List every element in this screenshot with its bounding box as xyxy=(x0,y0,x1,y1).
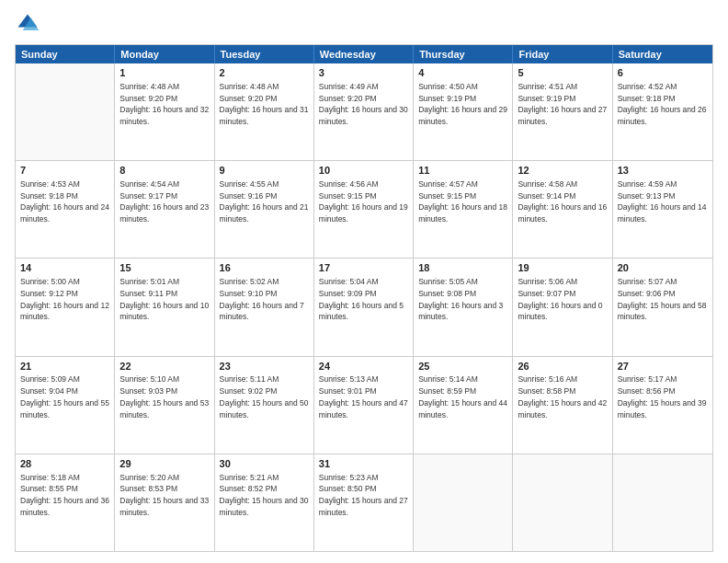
cell-info: Sunrise: 4:55 AM Sunset: 9:16 PM Dayligh… xyxy=(220,179,309,224)
day-number: 3 xyxy=(319,66,408,80)
day-number: 17 xyxy=(319,261,408,275)
calendar-cell-w0d2: 2Sunrise: 4:48 AM Sunset: 9:20 PM Daylig… xyxy=(215,63,314,160)
calendar-cell-w3d3: 24Sunrise: 5:13 AM Sunset: 9:01 PM Dayli… xyxy=(314,357,414,454)
header-day-sunday: Sunday xyxy=(16,45,115,63)
day-number: 25 xyxy=(418,360,507,373)
day-number: 7 xyxy=(20,164,109,178)
calendar-cell-w0d6: 6Sunrise: 4:52 AM Sunset: 9:18 PM Daylig… xyxy=(613,63,712,160)
calendar-cell-w4d4 xyxy=(414,454,513,551)
calendar-cell-w3d2: 23Sunrise: 5:11 AM Sunset: 9:02 PM Dayli… xyxy=(215,357,314,454)
header xyxy=(15,11,713,37)
day-number: 20 xyxy=(618,261,708,275)
calendar-cell-w2d4: 18Sunrise: 5:05 AM Sunset: 9:08 PM Dayli… xyxy=(414,259,513,355)
cell-info: Sunrise: 4:49 AM Sunset: 9:20 PM Dayligh… xyxy=(319,82,408,126)
calendar-cell-w2d6: 20Sunrise: 5:07 AM Sunset: 9:06 PM Dayli… xyxy=(613,259,712,355)
day-number: 4 xyxy=(418,66,507,80)
day-number: 8 xyxy=(119,164,209,178)
calendar-cell-w3d0: 21Sunrise: 5:09 AM Sunset: 9:04 PM Dayli… xyxy=(16,357,115,454)
calendar-cell-w4d0: 28Sunrise: 5:18 AM Sunset: 8:55 PM Dayli… xyxy=(16,454,115,551)
day-number: 2 xyxy=(220,66,309,80)
header-day-saturday: Saturday xyxy=(613,45,712,63)
cell-info: Sunrise: 4:56 AM Sunset: 9:15 PM Dayligh… xyxy=(319,179,408,224)
cell-info: Sunrise: 5:10 AM Sunset: 9:03 PM Dayligh… xyxy=(119,374,209,419)
cell-info: Sunrise: 5:11 AM Sunset: 9:02 PM Dayligh… xyxy=(220,374,309,419)
calendar-cell-w3d4: 25Sunrise: 5:14 AM Sunset: 8:59 PM Dayli… xyxy=(414,357,513,454)
page: SundayMondayTuesdayWednesdayThursdayFrid… xyxy=(0,0,728,563)
calendar-cell-w2d0: 14Sunrise: 5:00 AM Sunset: 9:12 PM Dayli… xyxy=(16,259,115,355)
day-number: 31 xyxy=(319,457,408,471)
header-day-friday: Friday xyxy=(513,45,612,63)
day-number: 1 xyxy=(119,66,209,80)
cell-info: Sunrise: 5:13 AM Sunset: 9:01 PM Dayligh… xyxy=(319,374,408,419)
calendar-row-3: 21Sunrise: 5:09 AM Sunset: 9:04 PM Dayli… xyxy=(16,356,712,454)
day-number: 14 xyxy=(20,261,109,275)
calendar-cell-w0d5: 5Sunrise: 4:51 AM Sunset: 9:19 PM Daylig… xyxy=(513,63,612,160)
calendar-cell-w1d0: 7Sunrise: 4:53 AM Sunset: 9:18 PM Daylig… xyxy=(16,161,115,258)
cell-info: Sunrise: 5:09 AM Sunset: 9:04 PM Dayligh… xyxy=(20,374,109,419)
calendar-row-1: 7Sunrise: 4:53 AM Sunset: 9:18 PM Daylig… xyxy=(16,160,712,258)
cell-info: Sunrise: 5:07 AM Sunset: 9:06 PM Dayligh… xyxy=(618,277,707,321)
cell-info: Sunrise: 5:23 AM Sunset: 8:50 PM Dayligh… xyxy=(319,473,408,517)
calendar-cell-w4d3: 31Sunrise: 5:23 AM Sunset: 8:50 PM Dayli… xyxy=(314,454,414,551)
day-number: 28 xyxy=(20,457,109,471)
calendar-cell-w1d4: 11Sunrise: 4:57 AM Sunset: 9:15 PM Dayli… xyxy=(414,161,513,258)
day-number: 21 xyxy=(20,360,109,373)
calendar-cell-w0d1: 1Sunrise: 4:48 AM Sunset: 9:20 PM Daylig… xyxy=(115,63,214,160)
cell-info: Sunrise: 5:17 AM Sunset: 8:56 PM Dayligh… xyxy=(618,374,707,419)
logo xyxy=(15,11,44,37)
cell-info: Sunrise: 5:04 AM Sunset: 9:09 PM Dayligh… xyxy=(319,277,404,321)
cell-info: Sunrise: 5:01 AM Sunset: 9:11 PM Dayligh… xyxy=(119,277,209,321)
calendar-cell-w0d4: 4Sunrise: 4:50 AM Sunset: 9:19 PM Daylig… xyxy=(414,63,513,160)
calendar-row-4: 28Sunrise: 5:18 AM Sunset: 8:55 PM Dayli… xyxy=(16,454,712,551)
day-number: 24 xyxy=(319,360,408,373)
day-number: 9 xyxy=(220,164,309,178)
cell-info: Sunrise: 4:52 AM Sunset: 9:18 PM Dayligh… xyxy=(618,82,707,126)
logo-icon xyxy=(15,11,40,37)
calendar-cell-w0d0 xyxy=(16,63,115,160)
day-number: 13 xyxy=(618,164,708,178)
calendar-cell-w0d3: 3Sunrise: 4:49 AM Sunset: 9:20 PM Daylig… xyxy=(314,63,414,160)
cell-info: Sunrise: 5:21 AM Sunset: 8:52 PM Dayligh… xyxy=(220,473,309,517)
calendar-row-2: 14Sunrise: 5:00 AM Sunset: 9:12 PM Dayli… xyxy=(16,258,712,355)
day-number: 10 xyxy=(319,164,408,178)
calendar-cell-w1d2: 9Sunrise: 4:55 AM Sunset: 9:16 PM Daylig… xyxy=(215,161,314,258)
cell-info: Sunrise: 5:06 AM Sunset: 9:07 PM Dayligh… xyxy=(518,277,602,321)
calendar-cell-w4d2: 30Sunrise: 5:21 AM Sunset: 8:52 PM Dayli… xyxy=(215,454,314,551)
day-number: 27 xyxy=(618,360,708,373)
cell-info: Sunrise: 4:57 AM Sunset: 9:15 PM Dayligh… xyxy=(418,179,507,224)
day-number: 5 xyxy=(518,66,607,80)
header-day-wednesday: Wednesday xyxy=(314,45,414,63)
day-number: 16 xyxy=(220,261,309,275)
day-number: 26 xyxy=(518,360,607,373)
cell-info: Sunrise: 4:53 AM Sunset: 9:18 PM Dayligh… xyxy=(20,179,109,224)
calendar-cell-w3d6: 27Sunrise: 5:17 AM Sunset: 8:56 PM Dayli… xyxy=(613,357,712,454)
header-day-monday: Monday xyxy=(115,45,214,63)
day-number: 18 xyxy=(418,261,507,275)
cell-info: Sunrise: 4:48 AM Sunset: 9:20 PM Dayligh… xyxy=(119,82,209,126)
calendar-cell-w1d6: 13Sunrise: 4:59 AM Sunset: 9:13 PM Dayli… xyxy=(613,161,712,258)
calendar-header: SundayMondayTuesdayWednesdayThursdayFrid… xyxy=(16,45,712,63)
cell-info: Sunrise: 5:00 AM Sunset: 9:12 PM Dayligh… xyxy=(20,277,109,321)
day-number: 22 xyxy=(119,360,209,373)
calendar-cell-w4d6 xyxy=(613,454,712,551)
calendar-cell-w4d5 xyxy=(513,454,612,551)
cell-info: Sunrise: 4:58 AM Sunset: 9:14 PM Dayligh… xyxy=(518,179,607,224)
cell-info: Sunrise: 4:50 AM Sunset: 9:19 PM Dayligh… xyxy=(418,82,507,126)
calendar-body: 1Sunrise: 4:48 AM Sunset: 9:20 PM Daylig… xyxy=(16,63,712,551)
day-number: 23 xyxy=(220,360,309,373)
cell-info: Sunrise: 4:59 AM Sunset: 9:13 PM Dayligh… xyxy=(618,179,707,224)
calendar-cell-w2d5: 19Sunrise: 5:06 AM Sunset: 9:07 PM Dayli… xyxy=(513,259,612,355)
cell-info: Sunrise: 5:05 AM Sunset: 9:08 PM Dayligh… xyxy=(418,277,503,321)
cell-info: Sunrise: 4:54 AM Sunset: 9:17 PM Dayligh… xyxy=(119,179,209,224)
cell-info: Sunrise: 4:51 AM Sunset: 9:19 PM Dayligh… xyxy=(518,82,607,126)
day-number: 30 xyxy=(220,457,309,471)
day-number: 6 xyxy=(618,66,708,80)
cell-info: Sunrise: 4:48 AM Sunset: 9:20 PM Dayligh… xyxy=(220,82,309,126)
calendar-cell-w1d1: 8Sunrise: 4:54 AM Sunset: 9:17 PM Daylig… xyxy=(115,161,214,258)
calendar-cell-w1d3: 10Sunrise: 4:56 AM Sunset: 9:15 PM Dayli… xyxy=(314,161,414,258)
calendar-row-0: 1Sunrise: 4:48 AM Sunset: 9:20 PM Daylig… xyxy=(16,63,712,160)
day-number: 15 xyxy=(119,261,209,275)
calendar-cell-w3d5: 26Sunrise: 5:16 AM Sunset: 8:58 PM Dayli… xyxy=(513,357,612,454)
day-number: 11 xyxy=(418,164,507,178)
day-number: 12 xyxy=(518,164,607,178)
